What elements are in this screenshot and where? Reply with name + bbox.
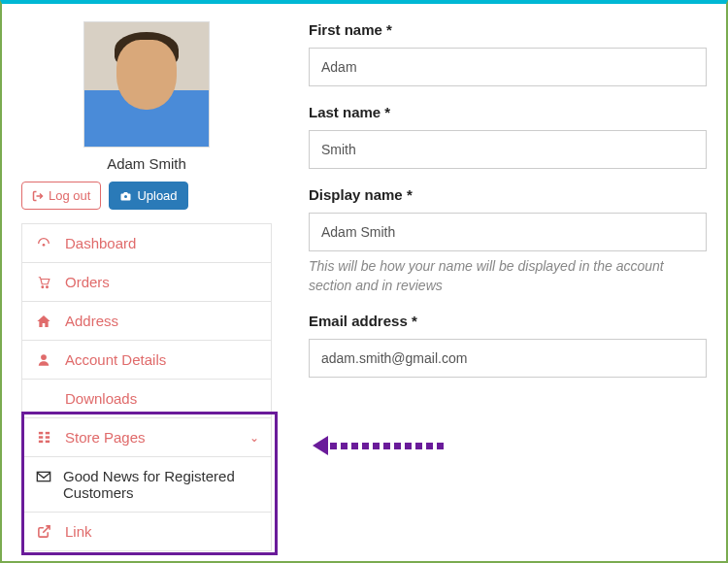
first-name-input[interactable] [309,48,707,86]
nav-label: Good News for Registered Customers [63,468,257,501]
svg-point-4 [41,354,47,360]
nav-label: Dashboard [65,235,136,251]
svg-rect-8 [45,436,49,439]
display-name-label: Display name * [309,186,707,203]
user-avatar [83,21,210,148]
last-name-input[interactable] [309,130,707,169]
upload-button[interactable]: Upload [109,182,187,210]
svg-rect-7 [38,436,42,439]
nav-good-news[interactable]: Good News for Registered Customers [22,457,271,513]
nav-label: Downloads [65,390,137,407]
nav-label: Link [65,523,92,540]
svg-point-1 [43,244,46,247]
logout-icon [32,190,44,202]
envelope-icon [36,471,51,482]
grid-icon [36,430,51,446]
home-icon [36,314,51,329]
nav-label: Orders [65,274,110,290]
svg-rect-6 [45,432,49,435]
svg-point-2 [42,285,44,287]
logout-button[interactable]: Log out [21,182,101,210]
svg-rect-5 [38,432,42,435]
first-name-label: First name * [309,21,707,38]
chevron-down-icon: ⌄ [249,431,259,445]
download-icon [36,391,51,407]
camera-icon [119,190,132,202]
account-form: First name * Last name * Display name * … [272,21,707,561]
dashboard-icon [36,236,51,251]
nav-downloads[interactable]: Downloads [22,380,271,418]
user-display-name: Adam Smith [21,155,272,172]
nav-label: Account Details [65,351,166,368]
nav-address[interactable]: Address [22,302,271,341]
user-icon [36,352,51,368]
last-name-label: Last name * [309,104,707,120]
svg-rect-11 [37,472,50,480]
account-nav: Dashboard Orders Address [21,223,272,551]
nav-label: Address [65,313,118,329]
svg-rect-9 [38,441,42,444]
nav-dashboard[interactable]: Dashboard [22,224,271,263]
nav-store-pages[interactable]: Store Pages ⌄ [22,418,271,457]
annotation-arrow [313,436,444,455]
display-name-input[interactable] [309,213,707,251]
nav-link[interactable]: Link [22,513,271,551]
svg-rect-10 [45,441,49,444]
svg-point-3 [47,285,49,287]
nav-label: Store Pages [65,429,146,446]
nav-orders[interactable]: Orders [22,263,271,302]
email-input[interactable] [309,339,707,378]
svg-point-0 [124,195,127,198]
email-label: Email address * [309,313,707,329]
account-sidebar: Adam Smith Log out Upload [21,21,272,561]
display-name-hint: This will be how your name will be displ… [309,257,707,295]
nav-account-details[interactable]: Account Details [22,341,271,380]
cart-icon [36,275,51,290]
external-link-icon [36,524,51,540]
